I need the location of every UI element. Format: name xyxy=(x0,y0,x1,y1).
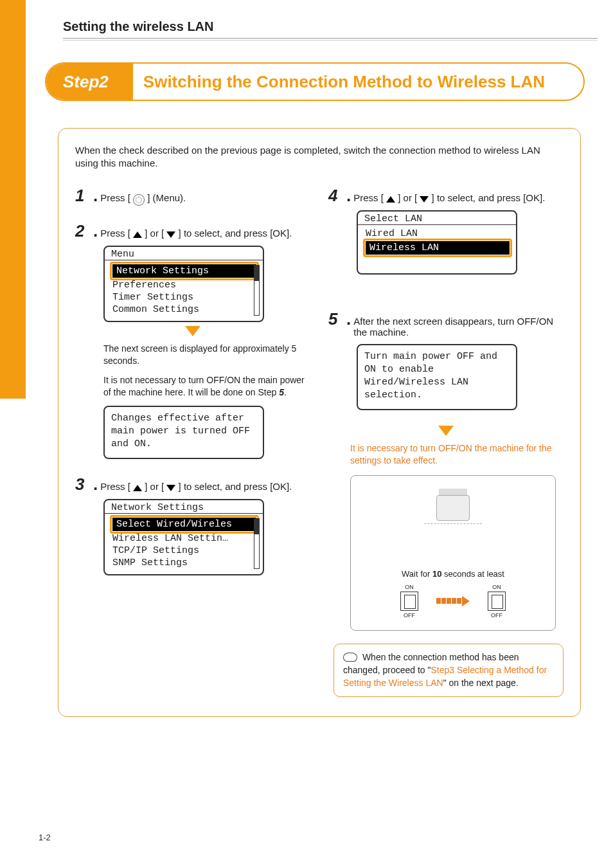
lcd-title: Menu xyxy=(105,247,263,260)
lcd-row: SNMP Settings xyxy=(110,557,259,569)
step-2: 2. Press [ ] or [ ] to select, and press… xyxy=(75,222,310,239)
step-number: 1 xyxy=(75,187,89,204)
lcd-menu: Menu Network Settings Preferences Timer … xyxy=(103,246,264,322)
menu-key-icon xyxy=(133,194,145,206)
pointing-hand-icon xyxy=(343,653,357,662)
step-number: 3 xyxy=(75,476,89,493)
step-number: 4 xyxy=(328,187,342,204)
power-cycle-diagram: Wait for 10 seconds at least ON OFF ON xyxy=(350,475,556,631)
flow-arrow-icon xyxy=(438,426,454,436)
scrollbar-icon xyxy=(254,518,260,569)
down-arrow-icon xyxy=(166,485,175,491)
orange-note: It is necessary to turn OFF/ON the machi… xyxy=(350,442,564,467)
lcd-highlight-row: Select Wired/Wireles xyxy=(112,518,256,531)
lcd-title: Network Settings xyxy=(105,500,263,514)
lcd-row: Preferences xyxy=(110,279,259,291)
lcd-row: Wireless LAN Settin… xyxy=(110,532,259,545)
next-step-callout: When the connection method has been chan… xyxy=(333,644,564,697)
lcd-network-settings: Network Settings Select Wired/Wireles Wi… xyxy=(103,499,264,575)
step-3: 3. Press [ ] or [ ] to select, and press… xyxy=(75,476,310,493)
section-heading: Setting the wireless LAN xyxy=(63,19,598,34)
step-title: Switching the Connection Method to Wirel… xyxy=(125,72,583,92)
step-banner: Step2 Switching the Connection Method to… xyxy=(45,62,585,101)
lcd-row xyxy=(363,256,512,268)
lcd-row: Common Settings xyxy=(110,303,259,316)
content-panel: When the check described on the previous… xyxy=(58,128,581,717)
lcd-highlight-row: Network Settings xyxy=(112,264,256,278)
switch-on-icon: ON OFF xyxy=(488,584,506,619)
flow-arrow-icon xyxy=(185,326,200,336)
step-number: 2 xyxy=(75,222,89,239)
switch-off-icon: ON OFF xyxy=(400,584,418,619)
heading-rule xyxy=(63,38,598,41)
up-arrow-icon xyxy=(133,231,142,238)
lcd-power-message: Turn main power OFF and ON to enable Wir… xyxy=(357,344,517,410)
dotted-arrow-icon xyxy=(436,596,470,606)
lcd-row: Wired LAN xyxy=(363,228,512,240)
step-chip: Step2 xyxy=(46,64,125,100)
lcd-highlight-row: Wireless LAN xyxy=(366,241,510,255)
lcd-row: Timer Settings xyxy=(110,291,259,303)
step-1: 1. Press [ ] (Menu). xyxy=(75,187,310,206)
lcd-title: Select LAN xyxy=(358,212,516,225)
printer-icon xyxy=(431,482,475,521)
step-number: 5 xyxy=(328,311,342,327)
intro-text: When the check described on the previous… xyxy=(75,144,564,170)
page-number: 1-2 xyxy=(39,833,51,842)
up-arrow-icon xyxy=(133,485,142,491)
down-arrow-icon xyxy=(166,231,175,238)
wait-text: Wait for 10 seconds at least xyxy=(357,569,549,579)
lcd-select-lan: Select LAN Wired LAN Wireless LAN xyxy=(357,210,517,275)
step-4: 4. Press [ ] or [ ] to select, and press… xyxy=(328,187,564,204)
up-arrow-icon xyxy=(386,196,395,203)
side-tab xyxy=(0,0,26,399)
step-2-note-1: The next screen is displayed for approxi… xyxy=(103,343,310,368)
down-arrow-icon xyxy=(420,196,429,203)
step-5: 5. After the next screen disappears, tur… xyxy=(328,311,564,338)
scrollbar-icon xyxy=(254,265,260,316)
step-2-note-2: It is not necessary to turn OFF/ON the m… xyxy=(103,374,310,399)
lcd-row: TCP/IP Settings xyxy=(110,545,259,557)
lcd-message: Changes effective after main power is tu… xyxy=(103,406,264,459)
